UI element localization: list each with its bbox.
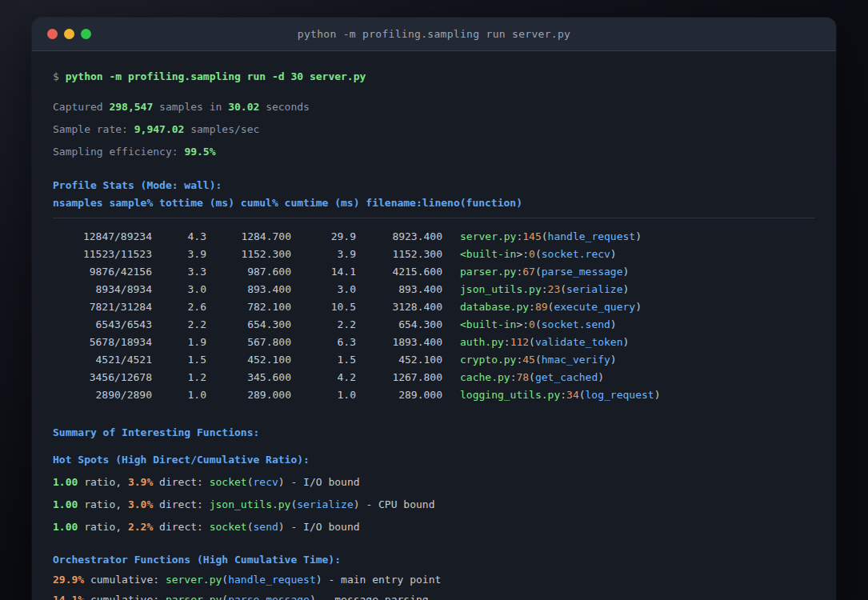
target-name: json_utils.py bbox=[210, 498, 291, 510]
bound-note: - I/O bound bbox=[290, 521, 359, 533]
table-row: 7821/312842.6782.10010.53128.400database… bbox=[53, 298, 815, 316]
cumul-pct-cell: 4.2 bbox=[291, 369, 356, 386]
command-line: $ python -m profiling.sampling run -d 30… bbox=[53, 68, 815, 86]
filename: database.py bbox=[460, 301, 529, 313]
sample-pct-cell: 1.5 bbox=[152, 351, 206, 369]
sample-pct-cell: 1.0 bbox=[152, 386, 206, 404]
duration-value: 30.02 bbox=[228, 101, 259, 113]
tottime-cell: 452.100 bbox=[206, 351, 291, 369]
paren: ) bbox=[316, 574, 329, 586]
summary-heading: Summary of Interesting Functions: bbox=[53, 424, 815, 442]
sample-pct-cell: 3.0 bbox=[152, 281, 206, 298]
cumtime-cell: 1267.800 bbox=[356, 369, 442, 386]
table-row: 6543/65432.2654.3002.2654.300<built-in>:… bbox=[53, 316, 815, 334]
hot-spot-item: 1.00 ratio, 2.2% direct: socket(send) - … bbox=[53, 518, 815, 536]
cumtime-cell: 8923.400 bbox=[356, 228, 442, 246]
file-ref-cell: crypto.py:45(hmac_verify) bbox=[442, 351, 617, 369]
tottime-cell: 987.600 bbox=[206, 263, 291, 281]
bound-note: - CPU bound bbox=[366, 498, 434, 510]
table-divider bbox=[53, 218, 815, 218]
line-number: 89 bbox=[535, 301, 548, 313]
direct-pct-value: 3.0% bbox=[128, 498, 153, 510]
function-name: socket.send bbox=[542, 318, 610, 330]
target-name: server.py bbox=[166, 574, 222, 586]
cumul-pct-cell: 29.9 bbox=[291, 228, 356, 246]
file-ref-cell: database.py:89(execute_query) bbox=[442, 298, 642, 316]
sample-pct-cell: 2.6 bbox=[152, 298, 206, 316]
samples-count: 298,547 bbox=[109, 101, 153, 113]
nsamples-cell: 2890/2890 bbox=[53, 386, 152, 404]
paren: ( bbox=[529, 371, 535, 383]
captured-mid-label: samples in bbox=[153, 101, 228, 113]
function-name: parse_message bbox=[542, 266, 623, 278]
paren: ( bbox=[535, 266, 542, 278]
terminal-output: $ python -m profiling.sampling run -d 30… bbox=[32, 51, 836, 600]
sample-pct-cell: 1.9 bbox=[152, 334, 206, 351]
sample-rate-label: Sample rate: bbox=[53, 123, 134, 135]
paren: ( bbox=[535, 354, 542, 366]
function-name: serialize bbox=[566, 283, 622, 295]
paren: ( bbox=[560, 283, 566, 295]
nsamples-cell: 12847/89234 bbox=[53, 228, 152, 246]
paren: ( bbox=[529, 336, 535, 348]
paren: ) bbox=[610, 354, 617, 366]
table-column-header: nsamples sample% tottime (ms) cumul% cum… bbox=[53, 194, 815, 212]
tottime-cell: 345.600 bbox=[206, 369, 291, 386]
ratio-label: ratio, bbox=[78, 498, 128, 510]
line-number: 45 bbox=[522, 354, 535, 366]
captured-label: Captured bbox=[53, 101, 109, 113]
file-ref-cell: cache.py:78(get_cached) bbox=[442, 369, 604, 386]
orchestrator-item: 14.1% cumulative: parser.py(parse_messag… bbox=[53, 591, 815, 600]
role-note: - message parsing bbox=[322, 594, 429, 600]
paren: ) bbox=[310, 594, 322, 600]
cumulative-pct-value: 29.9% bbox=[53, 574, 84, 586]
function-name: handle_request bbox=[548, 230, 636, 242]
paren: ( bbox=[542, 230, 548, 242]
filename: <built-in bbox=[460, 248, 516, 260]
paren: ( bbox=[579, 389, 586, 401]
paren: ) bbox=[623, 266, 630, 278]
tottime-cell: 893.400 bbox=[206, 281, 291, 298]
cumtime-cell: 1152.300 bbox=[356, 246, 442, 263]
separator: : bbox=[522, 248, 529, 260]
bound-note: - I/O bound bbox=[290, 476, 359, 488]
table-row: 12847/892344.31284.70029.98923.400server… bbox=[53, 228, 815, 246]
paren: ( bbox=[222, 574, 228, 586]
titlebar: python -m profiling.sampling run server.… bbox=[32, 18, 836, 51]
cumtime-cell: 893.400 bbox=[356, 281, 442, 298]
paren: ( bbox=[222, 594, 228, 600]
ratio-value: 1.00 bbox=[53, 521, 78, 533]
nsamples-cell: 7821/31284 bbox=[53, 298, 152, 316]
table-row: 11523/115233.91152.3003.91152.300<built-… bbox=[53, 246, 815, 263]
cumul-pct-cell: 3.9 bbox=[291, 246, 356, 263]
profile-table-body: 12847/892344.31284.70029.98923.400server… bbox=[53, 228, 815, 404]
tottime-cell: 654.300 bbox=[206, 316, 291, 334]
direct-label: direct: bbox=[153, 521, 209, 533]
function-name: recv bbox=[254, 476, 278, 488]
separator: : bbox=[529, 301, 535, 313]
filename: server.py bbox=[460, 230, 516, 242]
cumul-pct-cell: 3.0 bbox=[291, 281, 356, 298]
function-name: send bbox=[254, 521, 278, 533]
cumtime-cell: 289.000 bbox=[356, 386, 442, 404]
cumulative-label: cumulative: bbox=[84, 574, 166, 586]
tottime-cell: 1152.300 bbox=[206, 246, 291, 263]
tottime-cell: 289.000 bbox=[206, 386, 291, 404]
nsamples-cell: 5678/18934 bbox=[53, 334, 152, 351]
ratio-label: ratio, bbox=[78, 521, 128, 533]
line-number: 34 bbox=[566, 389, 579, 401]
paren: ( bbox=[535, 318, 542, 330]
function-name: socket.recv bbox=[542, 248, 610, 260]
profile-stats-heading: Profile Stats (Mode: wall): bbox=[53, 177, 815, 194]
paren: ) bbox=[610, 318, 617, 330]
prompt-symbol: $ bbox=[53, 70, 66, 82]
cumul-pct-cell: 1.5 bbox=[291, 351, 356, 369]
file-ref-cell: json_utils.py:23(serialize) bbox=[442, 281, 629, 298]
filename: <built-in bbox=[460, 318, 516, 330]
function-name: parse_message bbox=[228, 594, 310, 600]
role-note: - main entry point bbox=[328, 574, 441, 586]
sample-pct-cell: 3.9 bbox=[152, 246, 206, 263]
separator: : bbox=[560, 389, 566, 401]
cumul-pct-cell: 2.2 bbox=[291, 316, 356, 334]
nsamples-cell: 8934/8934 bbox=[53, 281, 152, 298]
